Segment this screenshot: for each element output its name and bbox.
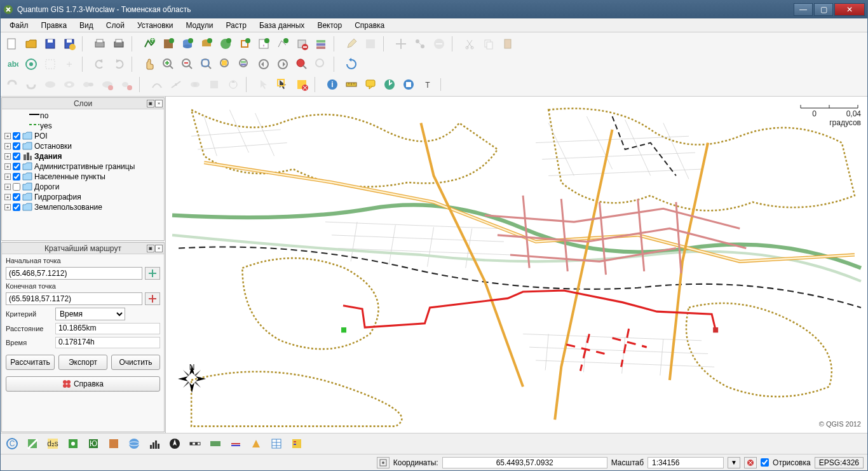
add-wms-icon[interactable] [217,35,234,53]
zoom-out-icon[interactable] [179,55,196,73]
add-delimited-icon[interactable]: , [255,35,273,53]
text-annotation-icon[interactable]: T [419,76,437,93]
end-point-input[interactable] [6,292,142,305]
pan-icon[interactable] [140,55,158,73]
layer-item[interactable]: +Землепользование [3,202,163,212]
layer-checkbox[interactable] [13,132,20,140]
remove-layer-icon[interactable] [293,35,311,53]
menu-plugins[interactable]: Модули [179,20,219,31]
add-postgis-icon[interactable] [179,35,196,53]
layer-label[interactable]: Административные границы [34,162,135,171]
criterion-select[interactable]: Время [55,308,125,320]
zoom-in-icon[interactable] [159,55,177,73]
toggle-extents-icon[interactable] [377,457,390,468]
layer-item[interactable]: +Остановки [3,141,163,151]
panel-undock-icon[interactable]: ▣ [147,245,154,252]
layer-checkbox[interactable] [13,203,20,211]
layers-tree[interactable]: noyes+POI+Остановки+Здания+Административ… [2,109,164,240]
layer-checkbox[interactable] [13,173,20,181]
menu-file[interactable]: Файл [3,20,35,31]
save-as-icon[interactable] [60,35,78,53]
menu-settings[interactable]: Установки [131,20,179,31]
menu-edit[interactable]: Правка [35,20,74,31]
menu-database[interactable]: База данных [253,20,311,31]
open-project-icon[interactable] [22,35,40,53]
layer-label[interactable]: Здания [34,152,62,161]
print-composer-icon[interactable] [91,35,109,53]
layer-checkbox[interactable] [13,153,20,160]
select-rect-icon[interactable] [274,76,292,93]
help-button[interactable]: Справка [6,376,160,392]
add-vector-icon[interactable]: + [140,35,158,53]
bookmark-show-icon[interactable] [400,76,417,93]
crs-button[interactable]: EPSG:4326 [815,457,864,468]
plugin-osm-icon[interactable]: Ю [85,435,102,453]
layer-label[interactable]: POI [34,132,48,140]
minimize-button[interactable]: — [794,3,813,16]
plugin-d2s-icon[interactable]: d₂s [44,435,62,453]
menu-layer[interactable]: Слой [100,20,131,31]
zoom-last-icon[interactable] [255,55,273,73]
refresh-icon[interactable] [342,55,360,73]
label-tool-icon[interactable]: abc [3,55,21,73]
identify-icon[interactable]: i [323,76,341,93]
layer-item[interactable]: +Дороги [3,182,163,192]
deselect-icon[interactable] [293,76,311,93]
manage-layers-icon[interactable] [312,35,330,53]
bookmark-new-icon[interactable] [381,76,398,93]
plugin-interpolation-icon[interactable] [227,435,245,453]
stop-render-icon[interactable] [744,457,757,468]
start-point-input[interactable] [6,267,142,280]
expand-icon[interactable]: + [4,133,11,139]
plugin-globe-icon[interactable] [125,435,143,453]
scale-input[interactable] [648,457,724,468]
composer-manager-icon[interactable] [110,35,128,53]
measure-icon[interactable] [342,76,360,93]
map-tips-icon[interactable] [362,76,379,93]
add-spatialite-icon[interactable] [198,35,215,53]
panel-close-icon[interactable]: × [155,100,163,107]
layer-checkbox[interactable] [13,183,20,191]
layer-item[interactable]: +Административные границы [3,161,163,172]
scale-lock-icon[interactable]: ▼ [728,457,740,468]
layer-label[interactable]: yes [40,121,52,130]
pick-start-button[interactable] [145,267,160,280]
plugin-table-icon[interactable] [268,435,285,453]
pick-end-button[interactable] [145,292,160,305]
expand-icon[interactable]: + [4,204,11,210]
panel-close-icon[interactable]: × [155,245,163,252]
layer-checkbox[interactable] [13,142,20,150]
plugin-mapserver-icon[interactable] [24,435,41,453]
plugin-legend-icon[interactable] [288,435,306,453]
layer-label[interactable]: Дороги [34,182,59,191]
expand-icon[interactable]: + [4,184,11,190]
close-button[interactable]: ✕ [834,3,865,16]
zoom-native-icon[interactable] [293,55,311,73]
add-wfs-icon[interactable] [236,35,254,53]
layer-label[interactable]: Гидрография [34,193,81,201]
layer-item[interactable]: +Здания [3,151,163,161]
save-project-icon[interactable] [41,35,59,53]
coords-input[interactable] [442,457,607,468]
layer-item[interactable]: no [3,111,163,121]
menu-raster[interactable]: Растр [219,20,252,31]
plugin-scale-text-icon[interactable] [207,435,224,453]
render-checkbox[interactable] [761,458,769,467]
layer-item[interactable]: yes [3,121,163,131]
menu-vector[interactable]: Вектор [311,20,348,31]
zoom-next-icon[interactable] [274,55,292,73]
clear-button[interactable]: Очистить [111,355,160,370]
export-button[interactable]: Экспорт [58,355,107,370]
layer-item[interactable]: +Населенные пункты [3,172,163,182]
plugin-georef-icon[interactable] [64,435,82,453]
plugin-northarrow-icon[interactable] [166,435,184,453]
layer-label[interactable]: Землепользование [34,203,102,212]
plugin-histogram-icon[interactable] [146,435,163,453]
plugin-vector-icon[interactable] [247,435,265,453]
expand-icon[interactable]: + [4,194,11,200]
layer-label[interactable]: Остановки [34,142,72,151]
layer-item[interactable]: +POI [3,131,163,141]
plugin-dxf-icon[interactable] [105,435,123,453]
menu-help[interactable]: Справка [348,20,391,31]
layer-checkbox[interactable] [13,193,20,201]
